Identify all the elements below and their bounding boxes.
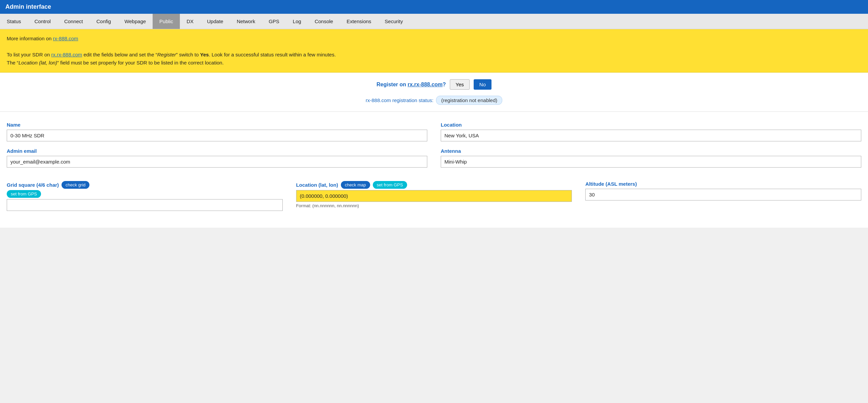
location-group: Location [441,122,861,141]
nav-update[interactable]: Update [200,14,230,29]
nav-webpage[interactable]: Webpage [118,14,153,29]
grid-square-group: Grid square (4/6 char) check grid set fr… [7,181,283,211]
info-register-word: Register [157,52,176,58]
register-link[interactable]: rx.rx-888.com [407,81,442,87]
latlon-label: Location (lat, lon) [296,182,338,188]
nav-config[interactable]: Config [90,14,118,29]
info-yes-word: Yes [200,52,209,58]
info-link-rx-rx888[interactable]: rx.rx-888.com [52,52,82,58]
antenna-input[interactable] [441,156,861,168]
antenna-group: Antenna [441,148,861,168]
main-nav: Status Control Connect Config Webpage Pu… [0,14,868,29]
info-banner: More information on rx-888.com To list y… [0,29,868,72]
grid-square-input[interactable] [7,199,283,211]
email-input[interactable] [7,156,427,168]
info-line3: The “Location (lat, lon)” field must be … [7,59,861,67]
status-value: (registration not enabled) [436,96,502,105]
location-label: Location [441,122,861,128]
grid-label-row: Grid square (4/6 char) check grid [7,181,283,189]
info-link-rx888[interactable]: rx-888.com [53,36,78,41]
nav-console[interactable]: Console [308,14,340,29]
set-from-gps-button-1[interactable]: set from GPS [7,190,41,198]
app-title: Admin interface [5,3,51,10]
nav-security[interactable]: Security [378,14,409,29]
check-grid-button[interactable]: check grid [62,181,89,189]
nav-extensions[interactable]: Extensions [340,14,378,29]
nav-connect[interactable]: Connect [58,14,90,29]
no-button[interactable]: No [474,79,492,90]
nav-log[interactable]: Log [286,14,308,29]
grid-square-label: Grid square (4/6 char) [7,182,59,188]
altitude-group: Altitude (ASL meters) [585,181,861,211]
nav-control[interactable]: Control [28,14,58,29]
info-line2-suffix1: edit the fields below and set the “ [82,52,157,58]
register-label: Register on rx.rx-888.com? [376,81,446,88]
latlon-label-row: Location (lat, lon) check map set from G… [296,181,572,189]
nav-dx[interactable]: DX [180,14,200,29]
bottom-grid: Grid square (4/6 char) check grid set fr… [0,181,868,228]
info-line2-prefix: To list your SDR on [7,52,52,58]
nav-gps[interactable]: GPS [262,14,286,29]
name-group: Name [7,122,427,141]
yes-button[interactable]: Yes [450,79,469,90]
register-row: Register on rx.rx-888.com? Yes No [0,72,868,93]
info-line2-rest: . Look for a successful status result wi… [209,52,336,58]
latlon-group: Location (lat, lon) check map set from G… [296,181,572,211]
divider-1 [0,111,868,112]
info-line2-suffix2: ” switch to [176,52,200,58]
info-line1-prefix: More information on [7,36,53,41]
status-label: rx-888.com registration status: [366,97,434,103]
antenna-label: Antenna [441,148,861,154]
name-input[interactable] [7,130,427,141]
status-row: rx-888.com registration status: (registr… [0,93,868,111]
nav-public[interactable]: Public [153,14,180,29]
latlon-input[interactable] [296,190,572,202]
nav-network[interactable]: Network [230,14,262,29]
email-label: Admin email [7,148,427,154]
set-from-gps-button-2[interactable]: set from GPS [373,181,407,189]
altitude-input[interactable] [585,189,861,201]
main-content: More information on rx-888.com To list y… [0,29,868,228]
altitude-label: Altitude (ASL meters) [585,181,861,187]
app-header: Admin interface [0,0,868,14]
check-map-button[interactable]: check map [341,181,370,189]
latlon-format-hint: Format: (nn.nnnnnn, nn.nnnnnn) [296,203,572,208]
nav-status[interactable]: Status [0,14,28,29]
form-grid-top: Name Location Admin email Antenna [0,119,868,181]
location-input[interactable] [441,130,861,141]
name-label: Name [7,122,427,128]
email-group: Admin email [7,148,427,168]
